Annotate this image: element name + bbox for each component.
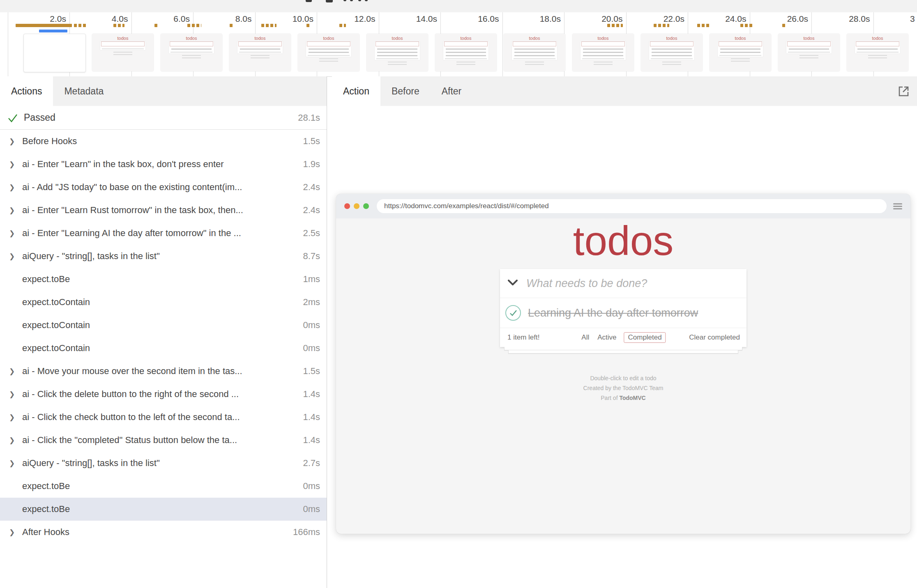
tab-action[interactable]: Action	[332, 76, 380, 106]
action-row[interactable]: ❯aiQuery - "string[], tasks in the list"…	[0, 245, 327, 268]
app-title: todos	[336, 219, 910, 262]
tab-metadata[interactable]: Metadata	[53, 76, 115, 106]
thumbnail-footer	[582, 58, 624, 59]
action-row[interactable]: ❯ai - Add "JS today" to base on the exis…	[0, 176, 327, 199]
action-label: ai - Enter "Learn" in the task box, don'…	[22, 159, 298, 170]
action-label: ai - Enter "Learn Rust tomorrow" in the …	[22, 205, 298, 216]
chevron-right-icon: ❯	[9, 206, 22, 215]
action-duration: 166ms	[293, 527, 320, 537]
activity-span	[230, 24, 233, 27]
tab-before[interactable]: Before	[380, 76, 431, 106]
activity-span	[740, 24, 753, 27]
action-label: After Hooks	[22, 527, 288, 537]
clear-completed-button[interactable]: Clear completed	[689, 333, 740, 342]
thumbnail-info	[868, 55, 887, 56]
tab-actions[interactable]: Actions	[0, 76, 53, 106]
filter-active[interactable]: Active	[597, 332, 617, 343]
thumbnail-input	[856, 41, 899, 46]
filter-all[interactable]: All	[581, 332, 590, 343]
thumbnail-info	[799, 55, 818, 56]
thumbnail-row	[309, 48, 349, 50]
chevron-right-icon: ❯	[9, 252, 22, 261]
todo-item-label[interactable]: Learning AI the day after tomorrow	[528, 307, 698, 319]
action-row[interactable]: ❯expect.toBe1ms	[0, 268, 327, 291]
thumbnail-todos-title: todos	[435, 36, 497, 41]
filmstrip-thumbnail[interactable]: todos	[92, 34, 154, 71]
filmstrip-thumbnail[interactable]	[23, 34, 86, 72]
action-label: ai - Click the "completed" Status button…	[22, 435, 298, 446]
chevron-right-icon: ❯	[9, 528, 22, 537]
action-row[interactable]: ❯ai - Enter "Learn" in the task box, don…	[0, 153, 327, 176]
thumbnail-input	[238, 41, 282, 46]
tab-after[interactable]: After	[431, 76, 473, 106]
todomvc-brand: TodoMVC	[619, 395, 645, 401]
thumbnail-todos-title: todos	[92, 36, 154, 41]
thumbnail-info	[662, 64, 681, 65]
thumbnail-row	[309, 52, 349, 53]
new-todo-row	[500, 269, 747, 298]
action-row[interactable]: ❯ai - Click the check button to the left…	[0, 406, 327, 429]
chevron-right-icon: ❯	[9, 436, 22, 445]
filter-completed[interactable]: Completed	[624, 332, 666, 343]
action-row[interactable]: ❯ai - Enter "Learning AI the day after t…	[0, 222, 327, 245]
action-duration: 2.5s	[303, 228, 320, 239]
action-row[interactable]: ❯expect.toBe0ms	[0, 475, 327, 498]
thumbnail-row	[514, 48, 555, 50]
thumbnail-input	[581, 41, 625, 46]
action-row[interactable]: ❯expect.toContain0ms	[0, 337, 327, 360]
action-row[interactable]: ❯expect.toContain0ms	[0, 314, 327, 337]
thumbnail-row	[377, 55, 417, 56]
action-row[interactable]: ❯ai - Enter "Learn Rust tomorrow" in the…	[0, 199, 327, 222]
todo-toggle-checked-icon[interactable]	[505, 305, 521, 321]
action-label: ai - Click the check button to the left …	[22, 412, 298, 423]
timeline-tick-label: 8.0s	[190, 14, 252, 24]
thumbnail-row	[583, 48, 623, 50]
thumbnail-card	[649, 41, 694, 60]
new-todo-input[interactable]	[525, 277, 747, 290]
filmstrip-thumbnail[interactable]: todos	[435, 34, 497, 71]
filmstrip-thumbnail[interactable]: todos	[641, 34, 703, 71]
timeline-grid[interactable]: 2.0s4.0s6.0s8.0s10.0s12.0s14.0s16.0s18.0…	[0, 12, 917, 77]
action-label: expect.toBe	[22, 481, 298, 492]
filmstrip-thumbnail[interactable]: todos	[504, 34, 565, 71]
action-row[interactable]: ❯Before Hooks1.5s	[0, 130, 327, 153]
filmstrip-thumbnail[interactable]: todos	[572, 34, 634, 71]
todo-item: Learning AI the day after tomorrow	[500, 298, 747, 328]
action-row[interactable]: ❯expect.toBe0ms	[0, 498, 327, 521]
thumbnail-todos-title: todos	[504, 36, 565, 41]
chevron-right-icon: ❯	[9, 183, 22, 192]
thumbnail-footer	[170, 52, 212, 53]
toggle-all-button[interactable]	[500, 280, 525, 287]
filmstrip-thumbnail[interactable]: todos	[847, 34, 908, 71]
thumbnail-info	[868, 57, 887, 58]
action-row[interactable]: ❯aiQuery - "string[], tasks in the list"…	[0, 452, 327, 475]
activity-span	[16, 24, 72, 27]
left-tabbar: Actions Metadata	[0, 76, 327, 106]
activity-span	[697, 24, 710, 27]
filmstrip-thumbnail[interactable]: todos	[710, 34, 771, 71]
timeline-tick-label: 10.0s	[252, 14, 313, 24]
test-status-row[interactable]: Passed 28.1s	[0, 106, 327, 130]
filmstrip-thumbnail[interactable]: todos	[298, 34, 359, 71]
action-row[interactable]: ❯ai - Click the "completed" Status butto…	[0, 429, 327, 452]
filmstrip-thumbnail[interactable]: todos	[778, 34, 840, 71]
activity-span	[261, 24, 276, 27]
thumbnail-footer	[376, 58, 418, 59]
thumbnail-input	[444, 41, 488, 46]
open-external-icon[interactable]	[897, 85, 910, 98]
action-duration: 1.4s	[303, 389, 320, 400]
filmstrip-thumbnail[interactable]: todos	[229, 34, 291, 71]
menu-icon	[893, 202, 902, 211]
filmstrip-thumbnail[interactable]: todos	[161, 34, 222, 71]
clipped-title-fragment	[306, 0, 312, 2]
action-row[interactable]: ❯expect.toContain2ms	[0, 291, 327, 314]
action-duration: 2.7s	[303, 458, 320, 469]
thumbnail-footer	[788, 52, 830, 53]
activity-span	[654, 24, 669, 27]
thumbnail-info	[251, 55, 270, 56]
action-row[interactable]: ❯After Hooks166ms	[0, 521, 327, 544]
action-row[interactable]: ❯ai - Move your mouse over the second it…	[0, 360, 327, 383]
action-row[interactable]: ❯ai - Click the delete button to the rig…	[0, 383, 327, 406]
thumbnail-footer	[239, 52, 281, 53]
filmstrip-thumbnail[interactable]: todos	[366, 34, 428, 71]
